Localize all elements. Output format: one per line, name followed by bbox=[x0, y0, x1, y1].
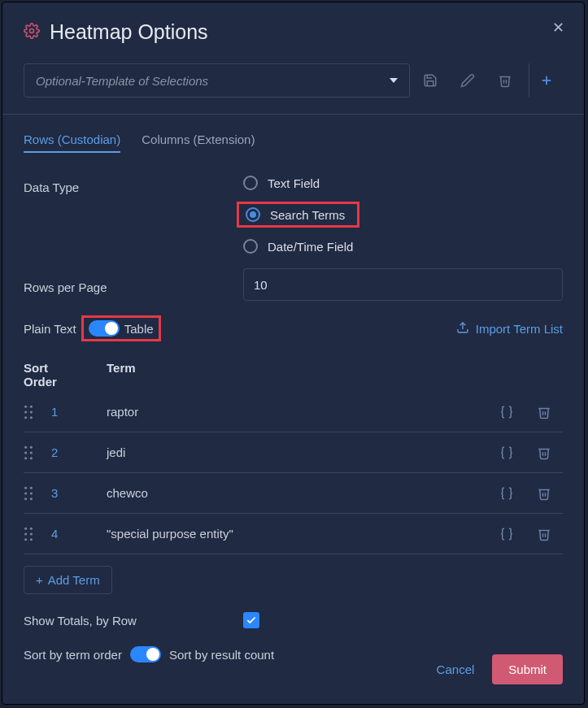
term-order: 1 bbox=[51, 405, 107, 419]
svg-point-17 bbox=[30, 486, 33, 489]
data-type-label: Data Type bbox=[24, 176, 243, 194]
svg-point-24 bbox=[24, 532, 27, 535]
svg-point-13 bbox=[30, 451, 33, 454]
svg-point-5 bbox=[30, 405, 33, 407]
radio-search-terms[interactable]: Search Terms bbox=[246, 207, 351, 222]
term-order: 2 bbox=[51, 445, 107, 459]
term-text: raptor bbox=[107, 405, 488, 419]
term-order: 4 bbox=[51, 527, 107, 541]
add-template-button[interactable] bbox=[529, 63, 563, 98]
th-term: Term bbox=[107, 361, 563, 389]
tab-rows[interactable]: Rows (Custodian) bbox=[24, 128, 120, 153]
template-row: Optional-Template of Selections bbox=[24, 63, 563, 98]
term-text: "special purpose entity" bbox=[107, 527, 488, 541]
radio-label: Text Field bbox=[268, 176, 320, 190]
radio-text-field[interactable]: Text Field bbox=[243, 176, 353, 190]
heatmap-options-dialog: Heatmap Options ✕ Optional-Template of S… bbox=[2, 2, 585, 705]
close-button[interactable]: ✕ bbox=[552, 19, 564, 37]
term-row: 3chewco bbox=[24, 473, 563, 514]
template-select[interactable]: Optional-Template of Selections bbox=[24, 63, 410, 98]
term-delete-button[interactable] bbox=[525, 486, 563, 501]
add-term-button[interactable]: + Add Term bbox=[24, 566, 112, 594]
svg-point-12 bbox=[24, 451, 27, 454]
radio-label: Search Terms bbox=[270, 208, 345, 222]
import-term-list-link[interactable]: Import Term List bbox=[456, 321, 563, 337]
show-totals-label: Show Totals, by Row bbox=[24, 614, 243, 628]
drag-handle-icon[interactable] bbox=[24, 527, 51, 541]
delete-template-button[interactable] bbox=[488, 63, 522, 98]
term-braces-button[interactable] bbox=[488, 527, 525, 541]
drag-handle-icon[interactable] bbox=[24, 486, 51, 501]
edit-template-button[interactable] bbox=[451, 63, 485, 98]
highlight-search-terms: Search Terms bbox=[237, 202, 359, 228]
gear-icon bbox=[24, 23, 40, 41]
dialog-header: Heatmap Options bbox=[24, 20, 563, 44]
radio-datetime-field[interactable]: Date/Time Field bbox=[243, 239, 353, 254]
term-table-header: Sort Order Term bbox=[24, 361, 563, 389]
svg-point-20 bbox=[24, 497, 27, 500]
term-braces-button[interactable] bbox=[488, 445, 525, 460]
highlight-table-toggle: Table bbox=[81, 315, 161, 341]
term-delete-button[interactable] bbox=[525, 405, 563, 419]
term-order: 3 bbox=[51, 486, 107, 500]
toggle-label-plaintext: Plain Text bbox=[24, 322, 76, 336]
term-delete-button[interactable] bbox=[525, 527, 563, 541]
mode-toggle-switch[interactable] bbox=[89, 320, 120, 337]
svg-point-8 bbox=[24, 416, 27, 419]
cancel-button[interactable]: Cancel bbox=[437, 662, 475, 676]
svg-point-14 bbox=[24, 457, 27, 459]
dialog-footer: Cancel Submit bbox=[437, 654, 563, 684]
th-sort-order: Sort Order bbox=[24, 361, 79, 389]
chevron-down-icon bbox=[390, 78, 398, 83]
rows-per-page-row: Rows per Page bbox=[24, 268, 563, 301]
sort-toggle-switch[interactable] bbox=[130, 646, 161, 662]
divider bbox=[2, 114, 584, 115]
svg-point-11 bbox=[30, 445, 33, 448]
svg-point-19 bbox=[30, 492, 33, 494]
show-totals-row: Show Totals, by Row bbox=[24, 612, 563, 628]
mode-toggle-row: Plain Text Table Import Term List bbox=[24, 315, 563, 341]
rows-per-page-label: Rows per Page bbox=[24, 276, 243, 294]
svg-point-15 bbox=[30, 457, 33, 459]
term-row: 4"special purpose entity" bbox=[24, 514, 563, 554]
plus-icon: + bbox=[36, 573, 43, 587]
tab-columns[interactable]: Columns (Extension) bbox=[142, 128, 255, 153]
svg-point-10 bbox=[24, 445, 27, 448]
svg-point-7 bbox=[30, 410, 33, 413]
svg-point-22 bbox=[24, 527, 27, 529]
svg-point-25 bbox=[30, 532, 33, 535]
radio-label: Date/Time Field bbox=[268, 240, 353, 254]
upload-icon bbox=[456, 321, 469, 337]
save-template-button[interactable] bbox=[413, 63, 447, 98]
drag-handle-icon[interactable] bbox=[24, 445, 51, 460]
svg-point-0 bbox=[30, 29, 34, 33]
svg-point-26 bbox=[24, 538, 27, 541]
svg-point-21 bbox=[30, 497, 33, 500]
svg-point-6 bbox=[24, 410, 27, 413]
show-totals-checkbox[interactable] bbox=[243, 612, 259, 628]
term-table-body: 1raptor2jedi3chewco4"special purpose ent… bbox=[24, 392, 563, 554]
svg-point-16 bbox=[24, 486, 27, 489]
template-placeholder: Optional-Template of Selections bbox=[36, 74, 208, 88]
sort-label-result-count: Sort by result count bbox=[169, 648, 274, 662]
dialog-title: Heatmap Options bbox=[50, 20, 208, 44]
submit-button[interactable]: Submit bbox=[492, 654, 563, 684]
svg-point-18 bbox=[24, 492, 27, 494]
svg-point-9 bbox=[30, 416, 33, 419]
term-text: jedi bbox=[107, 445, 488, 459]
term-braces-button[interactable] bbox=[488, 405, 525, 419]
term-row: 1raptor bbox=[24, 392, 563, 432]
data-type-radio-group: Text Field Search Terms Date/Time Field bbox=[243, 176, 353, 254]
svg-point-23 bbox=[30, 527, 33, 529]
term-delete-button[interactable] bbox=[525, 445, 563, 460]
tabs: Rows (Custodian) Columns (Extension) bbox=[24, 128, 563, 153]
drag-handle-icon[interactable] bbox=[24, 405, 51, 419]
term-row: 2jedi bbox=[24, 432, 563, 473]
svg-point-27 bbox=[30, 538, 33, 541]
toggle-label-table: Table bbox=[124, 322, 154, 336]
svg-point-4 bbox=[24, 405, 27, 407]
rows-per-page-input[interactable] bbox=[243, 268, 563, 301]
data-type-row: Data Type Text Field Search Terms Date/T… bbox=[24, 176, 563, 254]
sort-label-term-order: Sort by term order bbox=[24, 648, 122, 662]
term-braces-button[interactable] bbox=[488, 486, 525, 501]
